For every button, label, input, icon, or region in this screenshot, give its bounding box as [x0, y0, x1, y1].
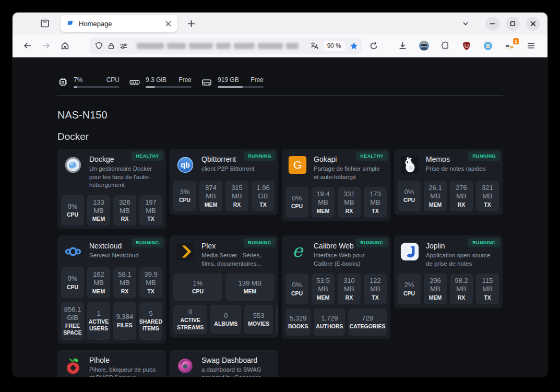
stat-box: 0%CPU	[285, 187, 308, 218]
service-card[interactable]: RUNNING qb Qbittorrent client P2P Bittor…	[170, 149, 278, 215]
stat-box: 0ALBUMS	[210, 305, 241, 334]
stat-label: RX	[233, 201, 241, 208]
stat-box: 98.2 MBRX	[450, 274, 473, 304]
stat-box: 3%CPU	[173, 181, 196, 211]
maximize-button[interactable]	[506, 17, 520, 31]
service-card[interactable]: RUNNING Nextcloud Serveur Nextcloud 0%CP…	[57, 235, 166, 343]
service-stats: 0%CPU162 MBMEM58.1 MBRX39.9 MBTX856.1 Gi…	[61, 267, 162, 339]
permissions-icon[interactable]	[120, 42, 128, 50]
puzzle-piece-icon	[441, 41, 450, 50]
zoom-level-indicator[interactable]: 90 %	[324, 41, 345, 51]
stat-value: 1,729	[321, 314, 338, 323]
account-avatar-button[interactable]	[415, 38, 432, 54]
svg-text:qb: qb	[181, 161, 190, 169]
extension-button-badge[interactable]: 1	[501, 38, 518, 54]
stat-value: 296 MB	[430, 277, 441, 294]
extension-button-blue[interactable]	[480, 38, 496, 54]
stat-value: 162 MB	[93, 270, 104, 288]
stat-box: 197 MBTX	[139, 195, 162, 226]
gokapi-icon: G	[288, 155, 307, 175]
firefox-view-button[interactable]	[37, 15, 53, 32]
tab-list-chevron-button[interactable]	[457, 15, 474, 32]
stat-label: CPU	[67, 211, 78, 218]
stat-value: 856.1 GiB	[64, 305, 81, 323]
cpu-label: CPU	[106, 76, 120, 84]
chevron-down-icon	[462, 20, 469, 27]
stat-label: TX	[147, 216, 154, 222]
service-card[interactable]: RUNNING e Calibre Web Interface Web pour…	[282, 235, 390, 339]
close-icon	[530, 21, 536, 27]
disk-progress-track	[218, 86, 264, 88]
resources-bar: 7% CPU 9.3 GiB	[57, 76, 503, 88]
memos-icon	[400, 155, 420, 175]
cpu-icon	[57, 77, 68, 88]
minimize-button[interactable]	[485, 17, 499, 31]
stat-value: 5	[149, 310, 152, 318]
stat-value: 331 MB	[343, 190, 355, 207]
service-stats: 0%CPU19.4 MBMEM331 MBRX173 MBTX	[285, 187, 387, 218]
close-button[interactable]	[526, 17, 540, 31]
tab-favicon	[67, 20, 75, 28]
url-bar[interactable]: 90 %	[90, 38, 362, 54]
stat-value: 0%	[68, 203, 78, 211]
downloads-button[interactable]	[394, 38, 411, 54]
tracking-shield-icon[interactable]	[95, 42, 103, 50]
stat-label: MEM	[429, 201, 442, 208]
translate-icon[interactable]	[310, 41, 319, 50]
menu-button[interactable]	[522, 38, 539, 54]
service-card[interactable]: HEALTHY Dockge Un gestionnaire Docker po…	[57, 149, 166, 229]
service-description: Pihole, bloqueur de pubs et DHCP Serveur	[89, 366, 160, 377]
tab-homepage[interactable]: Homepage	[61, 15, 177, 32]
service-card[interactable]: Swag Dashboard a dashboard to SWAG power…	[170, 350, 278, 377]
stat-box: 276 MBRX	[450, 181, 473, 211]
stat-value: 5,329	[290, 314, 307, 323]
home-button[interactable]	[56, 38, 73, 54]
service-description: Application open-source de prise de note…	[426, 252, 497, 268]
svg-text:G: G	[293, 159, 302, 171]
disk-value: 919 GB	[218, 76, 239, 84]
service-description: a dashboard to SWAG powered by Goaccess	[201, 366, 272, 377]
service-card[interactable]: RUNNING Plex Media Server - Séries, film…	[170, 235, 278, 338]
service-description: Prise de notes rapides	[426, 165, 497, 173]
tab-close-button[interactable]	[163, 18, 173, 29]
stat-value: 9,384	[116, 313, 134, 321]
service-card[interactable]: RUNNING Memos Prise de notes rapides 0%C…	[394, 149, 503, 215]
service-stats-row: 0%CPU133 MBMEM326 MBRX197 MBTX	[61, 195, 162, 226]
lock-icon[interactable]	[108, 42, 115, 50]
back-button[interactable]	[19, 38, 35, 54]
memory-label: Free	[178, 76, 192, 84]
stat-value: 53.5 MB	[316, 277, 329, 294]
extensions-button[interactable]	[437, 38, 454, 54]
stat-label: CPU	[67, 284, 78, 291]
status-badge: RUNNING	[356, 238, 388, 247]
stat-value: 326 MB	[119, 198, 130, 216]
service-card[interactable]: Pihole Pihole, bloqueur de pubs et DHCP …	[57, 350, 166, 377]
forward-button[interactable]	[38, 38, 54, 54]
stat-value: 19.4 MB	[316, 190, 329, 207]
stat-box: 296 MBMEM	[424, 274, 447, 304]
bookmark-star-button[interactable]	[350, 42, 358, 50]
dockge-icon	[63, 155, 83, 175]
ublock-extension-button[interactable]	[458, 38, 475, 54]
new-tab-button[interactable]	[183, 15, 199, 32]
service-card[interactable]: HEALTHY G Gokapi Partage de fichier simp…	[282, 149, 390, 221]
stat-box: 856.1 GiBFREE SPACE	[61, 302, 84, 340]
service-card[interactable]: RUNNING Joplin Application open-source d…	[394, 235, 503, 308]
service-card-header: Swag Dashboard a dashboard to SWAG power…	[173, 353, 275, 377]
hamburger-menu-icon	[527, 41, 535, 50]
stat-value: 173 MB	[370, 190, 381, 207]
service-stats-row: 0%CPU19.4 MBMEM331 MBRX173 MBTX	[285, 187, 387, 218]
reload-button[interactable]	[365, 38, 382, 54]
stat-label: AUTHORS	[316, 323, 343, 330]
stat-label: RX	[458, 294, 466, 301]
plex-icon	[175, 242, 195, 262]
stat-value: 315 MB	[231, 184, 243, 201]
stat-box: 19.4 MBMEM	[312, 187, 335, 218]
stat-box: 2%CPU	[398, 274, 421, 304]
status-badge: RUNNING	[244, 151, 276, 161]
cpu-progress-fill	[74, 86, 77, 88]
stat-box: 133 MBMEM	[87, 195, 110, 226]
minimize-icon	[490, 21, 495, 27]
stat-box: 1.96 GBTX	[252, 181, 275, 211]
account-avatar	[419, 40, 430, 51]
